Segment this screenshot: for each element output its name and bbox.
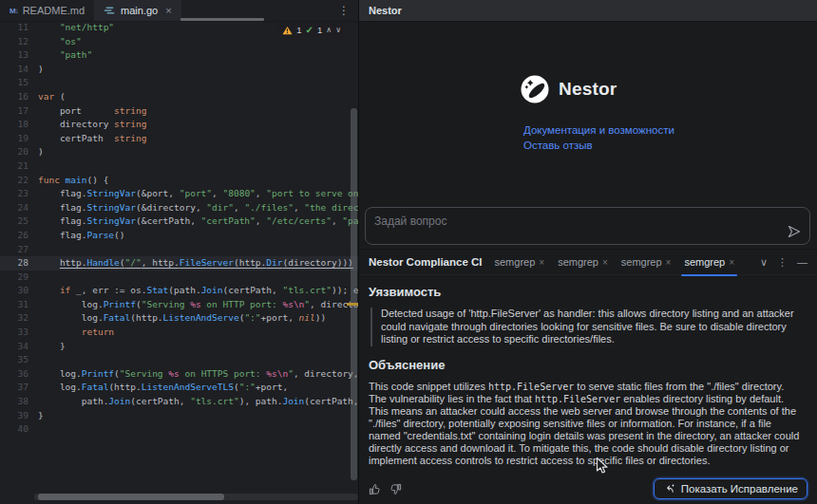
line-number: 26 bbox=[0, 229, 28, 243]
panel-title: Nestor bbox=[369, 5, 402, 16]
nestor-panel: Nestor Nestor Документация и возможности… bbox=[358, 0, 817, 504]
vulnerability-heading: Уязвимость bbox=[369, 285, 808, 299]
code-line[interactable]: 30 if _, err := os.Stat(path.Join(certPa… bbox=[0, 284, 358, 298]
code-line[interactable]: 34 } bbox=[0, 340, 358, 354]
minimize-icon[interactable]: — bbox=[797, 256, 808, 268]
editor-horizontal-scrollbar[interactable] bbox=[34, 494, 358, 500]
code-line[interactable]: 19 certPath string bbox=[0, 132, 358, 146]
panel-links: Документация и возможности Оставь отзыв bbox=[523, 124, 674, 151]
code-line[interactable]: 13 "path" bbox=[0, 48, 358, 63]
chevron-down-icon[interactable]: ∨ bbox=[760, 256, 768, 269]
code-line[interactable]: 22func main() { bbox=[0, 174, 358, 188]
tab-label: semgrep bbox=[684, 256, 725, 268]
editor-vertical-scrollbar[interactable] bbox=[351, 108, 357, 480]
code-line[interactable]: 31 log.Printf("Serving %s on HTTP port: … bbox=[0, 298, 358, 312]
compliance-title: Nestor Compliance CI bbox=[369, 256, 483, 268]
line-number: 30 bbox=[0, 284, 28, 298]
line-number: 16 bbox=[0, 90, 28, 104]
feedback-link[interactable]: Оставь отзыв bbox=[523, 140, 674, 151]
tab-readme[interactable]: M↓ README.md bbox=[0, 0, 94, 21]
close-icon[interactable]: × bbox=[602, 257, 608, 268]
line-number: 22 bbox=[0, 174, 28, 188]
fix-arrow-icon bbox=[663, 483, 675, 495]
code-line[interactable]: 38 path.Join(certPath, "tls.crt"), path.… bbox=[0, 395, 358, 409]
tab-semgrep-3[interactable]: semgrep × bbox=[617, 250, 676, 275]
tab-label: semgrep bbox=[621, 256, 662, 268]
thumbs-down-icon[interactable] bbox=[390, 483, 402, 495]
tab-label: semgrep bbox=[495, 256, 536, 268]
compliance-body: Уязвимость Detected usage of 'http.FileS… bbox=[359, 275, 817, 504]
close-icon[interactable]: × bbox=[539, 257, 544, 268]
code-line[interactable]: 27 bbox=[0, 243, 358, 257]
tab-main-go[interactable]: main.go × bbox=[94, 0, 181, 21]
warning-count: 1 bbox=[296, 25, 301, 35]
docs-link[interactable]: Документация и возможности bbox=[523, 124, 674, 136]
compliance-toolbar: ∨ ⋮ — bbox=[760, 256, 808, 269]
line-number: 33 bbox=[0, 326, 28, 340]
tab-semgrep-4[interactable]: semgrep × bbox=[679, 250, 739, 275]
nestor-brand: Nestor bbox=[521, 75, 617, 103]
nestor-logo-icon bbox=[521, 75, 549, 103]
code-line[interactable]: 35 bbox=[0, 353, 358, 367]
code-line[interactable]: 33 return bbox=[0, 326, 358, 340]
line-number: 31 bbox=[0, 298, 28, 312]
code-line[interactable]: 26 flag.Parse() bbox=[0, 229, 358, 243]
close-icon[interactable]: × bbox=[165, 5, 171, 16]
markdown-icon: M↓ bbox=[10, 7, 18, 15]
code-line[interactable]: 29 bbox=[0, 271, 358, 285]
code-line[interactable]: 15 bbox=[0, 76, 358, 90]
panel-header[interactable]: Nestor bbox=[359, 0, 817, 22]
code-area[interactable]: 11 "net/http"12 "os"13 "path"14)1516var … bbox=[0, 21, 358, 493]
compliance-footer: Показать Исправление bbox=[369, 478, 808, 499]
explanation-text: This code snippet utilizes http.FileServ… bbox=[369, 381, 801, 467]
inspections-widget[interactable]: 1 ✓ 1 ∧ ∨ bbox=[278, 23, 345, 37]
check-count: 1 bbox=[317, 25, 322, 35]
code-line[interactable]: 14) bbox=[0, 63, 358, 77]
code-line[interactable]: 39} bbox=[0, 409, 358, 423]
close-icon[interactable]: × bbox=[666, 257, 672, 268]
code-line[interactable]: 25 flag.StringVar(&certPath, "certPath",… bbox=[0, 215, 358, 229]
tab-semgrep-1[interactable]: semgrep × bbox=[490, 250, 550, 275]
line-number: 12 bbox=[0, 35, 28, 49]
question-input[interactable]: Задай вопрос bbox=[365, 207, 810, 245]
line-number: 17 bbox=[0, 104, 28, 119]
code-line[interactable]: 28 http.Handle("/", http.FileServer(http… bbox=[0, 256, 358, 271]
editor-options-kebab-icon[interactable]: ⋮ bbox=[338, 0, 350, 21]
mouse-cursor bbox=[596, 457, 608, 475]
thumbs-up-icon[interactable] bbox=[369, 483, 381, 495]
kebab-menu-icon[interactable]: ⋮ bbox=[777, 256, 788, 269]
code-line[interactable]: 16var ( bbox=[0, 90, 358, 104]
line-number: 24 bbox=[0, 201, 28, 215]
code-line[interactable]: 24 flag.StringVar(&directory, "dir", "./… bbox=[0, 201, 358, 215]
line-number: 39 bbox=[0, 409, 28, 423]
scrollbar-warning-marker[interactable] bbox=[347, 303, 358, 306]
code-line[interactable]: 20) bbox=[0, 145, 358, 159]
next-issue-chevron-down-icon[interactable]: ∨ bbox=[335, 26, 341, 34]
tab-label: semgrep bbox=[558, 256, 598, 268]
code-line[interactable]: 17 port string bbox=[0, 104, 358, 119]
code-line[interactable]: 32 log.Fatal(http.ListenAndServe(":"+por… bbox=[0, 311, 358, 326]
code-line[interactable]: 21 bbox=[0, 159, 358, 174]
show-fix-label: Показать Исправление bbox=[681, 483, 798, 495]
code-lines: 11 "net/http"12 "os"13 "path"14)1516var … bbox=[0, 21, 358, 437]
code-line[interactable]: 23 flag.StringVar(&port, "port", "8080",… bbox=[0, 187, 358, 201]
line-number: 40 bbox=[0, 422, 28, 437]
close-icon[interactable]: × bbox=[729, 257, 734, 268]
horizontal-scrollbar-thumb[interactable] bbox=[38, 494, 224, 500]
show-fix-button[interactable]: Показать Исправление bbox=[654, 478, 808, 499]
code-line[interactable]: 18 directory string bbox=[0, 118, 358, 132]
tab-semgrep-2[interactable]: semgrep × bbox=[553, 250, 613, 275]
line-number: 37 bbox=[0, 381, 28, 395]
prev-issue-chevron-up-icon[interactable]: ∧ bbox=[326, 26, 332, 34]
code-line[interactable]: 36 log.Printf("Serving %s on HTTPS port:… bbox=[0, 367, 358, 382]
code-line[interactable]: 40 bbox=[0, 422, 358, 437]
send-icon[interactable] bbox=[787, 224, 802, 239]
line-number: 28 bbox=[0, 256, 28, 271]
code-line[interactable]: 37 log.Fatal(http.ListenAndServeTLS(":"+… bbox=[0, 381, 358, 395]
editor-pane: M↓ README.md main.go × ⋮ 11 "net/http"12… bbox=[0, 0, 358, 504]
editor-tab-bar: M↓ README.md main.go × ⋮ bbox=[0, 0, 358, 22]
brand-name: Nestor bbox=[559, 79, 617, 100]
vulnerability-text: Detected usage of 'http.FileServer' as h… bbox=[370, 308, 808, 346]
line-number: 15 bbox=[0, 76, 28, 90]
line-number: 35 bbox=[0, 353, 28, 367]
